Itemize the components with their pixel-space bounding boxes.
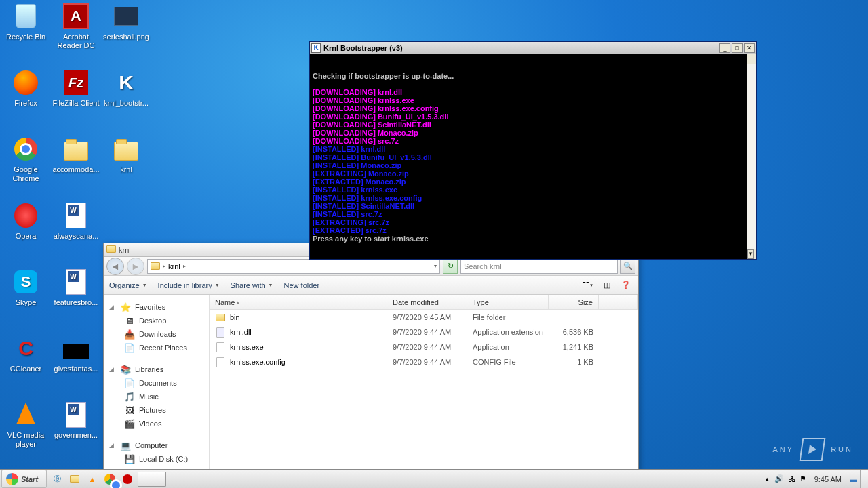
nav-favorites[interactable]: ◢⭐Favorites <box>104 300 209 314</box>
chevron-right-icon: ▸ <box>163 263 165 269</box>
folder-icon <box>106 245 116 255</box>
address-bar[interactable]: ▸ krnl ▸ ▾ <box>147 259 440 274</box>
tray-expand-icon[interactable]: ▲ <box>764 476 770 483</box>
desktop-icon-skype[interactable]: SSkype <box>1 268 50 307</box>
refresh-button[interactable]: ↻ <box>443 259 458 274</box>
nav-local-disk[interactable]: 💾Local Disk (C:) <box>104 452 209 466</box>
taskbar-running-task[interactable] <box>138 472 166 487</box>
include-library-menu[interactable]: Include in library▼ <box>158 281 220 289</box>
desktop-icon-opera[interactable]: Opera <box>1 202 50 241</box>
folder-icon <box>151 262 160 270</box>
desktop-icon-alwayscana-[interactable]: alwayscana... <box>52 202 100 241</box>
col-name[interactable]: Name▴ <box>210 295 387 309</box>
search-button[interactable]: 🔍 <box>620 259 635 274</box>
desktop-icon-serieshall-png[interactable]: serieshall.png <box>102 3 151 41</box>
breadcrumb-segment[interactable]: krnl <box>168 262 180 270</box>
desktop-icon-givesfantas-[interactable]: givesfantas... <box>52 335 100 373</box>
search-placeholder: Search krnl <box>464 262 502 270</box>
file-row[interactable]: krnlss.exe9/7/2020 9:44 AMApplication1,2… <box>210 340 638 354</box>
tray-flag-icon[interactable]: ⚑ <box>800 474 806 483</box>
preview-pane-button[interactable]: ◫ <box>600 279 614 292</box>
tray-network-icon[interactable]: 🖧 <box>788 475 795 483</box>
watermark: ANYRUN <box>773 438 853 461</box>
nav-libraries[interactable]: ◢📚Libraries <box>104 363 209 376</box>
new-folder-button[interactable]: New folder <box>284 281 320 289</box>
explorer-toolbar: Organize▼ Include in library▼ Share with… <box>104 276 638 295</box>
desktop-icon-filezilla-client[interactable]: FzFileZilla Client <box>52 69 100 108</box>
desktop-icon-acrobat-reader-dc[interactable]: AAcrobat Reader DC <box>52 3 100 50</box>
col-type[interactable]: Type <box>467 295 549 309</box>
taskbar: Start ⓔ ▲ ▲ 🔊 🖧 ⚑ 9:45 AM ▬ <box>0 469 868 488</box>
console-scrollbar[interactable]: ▲ ▼ <box>747 54 756 259</box>
desktop-icon-governmen-[interactable]: governmen... <box>52 401 100 440</box>
file-list: Name▴ Date modified Type Size bin9/7/202… <box>210 295 638 470</box>
close-button[interactable]: ✕ <box>744 43 755 53</box>
console-window: K Krnl Bootstrapper (v3) _ □ ✕ Checking … <box>309 41 757 260</box>
desktop-icon-accommoda-[interactable]: accommoda... <box>52 136 100 174</box>
desktop-icon-krnl[interactable]: krnl <box>102 136 151 174</box>
help-button[interactable]: ❓ <box>619 279 633 292</box>
desktop-icon-firefox[interactable]: Firefox <box>1 69 50 108</box>
search-input[interactable]: Search krnl <box>460 259 618 274</box>
explorer-nav: ◄ ► ▸ krnl ▸ ▾ ↻ Search krnl 🔍 <box>104 257 638 276</box>
taskbar-vlc-icon[interactable]: ▲ <box>84 471 100 487</box>
desktop-icon-krnl-bootstr-[interactable]: Kkrnl_bootstr... <box>102 69 151 108</box>
col-size[interactable]: Size <box>549 295 599 309</box>
nav-pictures[interactable]: 🖼Pictures <box>104 403 209 417</box>
console-titlebar[interactable]: K Krnl Bootstrapper (v3) _ □ ✕ <box>310 42 756 54</box>
taskbar-chrome-icon[interactable] <box>102 471 118 487</box>
nav-videos[interactable]: 🎬Videos <box>104 417 209 430</box>
file-rows: bin9/7/2020 9:45 AMFile folderkrnl.dll9/… <box>210 310 638 470</box>
taskbar-ie-icon[interactable]: ⓔ <box>49 471 65 487</box>
show-desktop-button[interactable] <box>860 470 868 488</box>
back-button[interactable]: ◄ <box>106 258 124 275</box>
app-icon: K <box>311 43 321 53</box>
nav-documents[interactable]: 📄Documents <box>104 376 209 390</box>
maximize-button[interactable]: □ <box>732 43 743 53</box>
desktop-icon-google-chrome[interactable]: Google Chrome <box>1 136 50 183</box>
column-headers: Name▴ Date modified Type Size <box>210 295 638 310</box>
minimize-button[interactable]: _ <box>719 43 730 53</box>
start-button[interactable]: Start <box>1 470 47 488</box>
desktop-icon-recycle-bin[interactable]: Recycle Bin <box>1 3 50 41</box>
tray-monitor-icon[interactable]: ▬ <box>850 475 857 483</box>
col-date[interactable]: Date modified <box>387 295 467 309</box>
console-title: Krnl Bootstrapper (v3) <box>323 44 718 52</box>
view-options-button[interactable]: ☷ ▼ <box>581 279 595 292</box>
console-output: Checking if bootstrapper is up-to-date..… <box>310 54 756 259</box>
taskbar-clock[interactable]: 9:45 AM <box>810 475 846 483</box>
windows-icon <box>6 473 18 485</box>
scroll-down-button[interactable]: ▼ <box>747 249 754 259</box>
start-label: Start <box>21 475 38 483</box>
nav-music[interactable]: 🎵Music <box>104 390 209 403</box>
chevron-right-icon: ▸ <box>183 263 186 269</box>
nav-recent[interactable]: 📄Recent Places <box>104 341 209 354</box>
system-tray: ▲ 🔊 🖧 ⚑ 9:45 AM ▬ <box>762 470 860 488</box>
desktop-icon-vlc-media-player[interactable]: VLC media player <box>1 401 50 449</box>
chevron-down-icon[interactable]: ▾ <box>434 263 437 269</box>
nav-downloads[interactable]: 📥Downloads <box>104 327 209 341</box>
file-row[interactable]: bin9/7/2020 9:45 AMFile folder <box>210 310 638 325</box>
share-with-menu[interactable]: Share with▼ <box>231 281 273 289</box>
tray-volume-icon[interactable]: 🔊 <box>774 474 784 483</box>
explorer-body: ◢⭐Favorites 🖥Desktop 📥Downloads 📄Recent … <box>104 295 638 470</box>
play-icon <box>800 438 826 461</box>
desktop-icon-ccleaner[interactable]: CCCleaner <box>1 335 50 373</box>
organize-menu[interactable]: Organize▼ <box>109 281 147 289</box>
file-row[interactable]: krnlss.exe.config9/7/2020 9:44 AMCONFIG … <box>210 354 638 369</box>
nav-pane: ◢⭐Favorites 🖥Desktop 📥Downloads 📄Recent … <box>104 295 210 470</box>
nav-desktop[interactable]: 🖥Desktop <box>104 314 209 327</box>
explorer-window: krnl ◄ ► ▸ krnl ▸ ▾ ↻ Search krnl 🔍 Orga… <box>103 243 639 470</box>
file-row[interactable]: krnl.dll9/7/2020 9:44 AMApplication exte… <box>210 325 638 340</box>
forward-button[interactable]: ► <box>127 258 144 275</box>
nav-computer[interactable]: ◢💻Computer <box>104 439 209 452</box>
desktop-icon-featuresbro-[interactable]: featuresbro... <box>52 268 100 307</box>
taskbar-explorer-icon[interactable] <box>66 471 83 487</box>
